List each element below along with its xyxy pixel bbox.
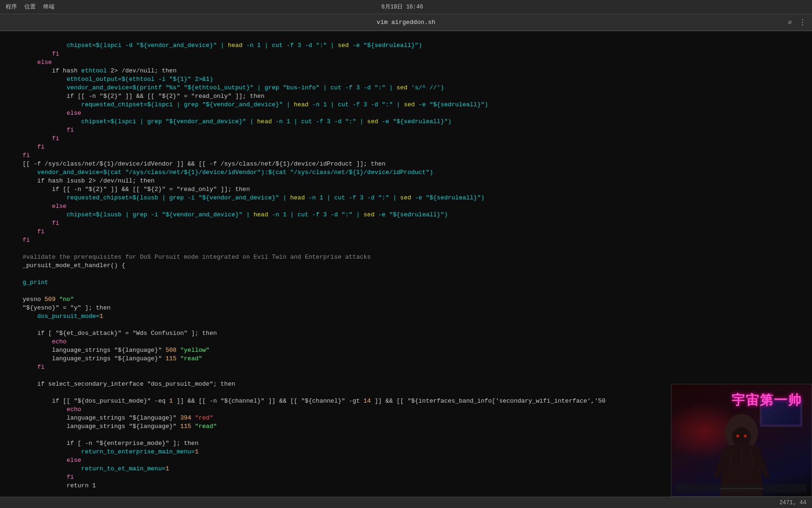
line-number: [4, 389, 23, 397]
code-line: yesno 509 "no": [4, 295, 812, 304]
line-text: fi: [23, 219, 812, 228]
line-number: [4, 109, 23, 118]
menu-icon[interactable]: ⋮: [799, 18, 806, 27]
line-text: [23, 372, 812, 380]
cursor-position: 2471, 44: [779, 500, 806, 506]
code-line: _pursuit_mode_et_handler() {: [4, 262, 812, 270]
line-text: else: [23, 109, 812, 118]
line-number: [4, 245, 23, 253]
line-text: chipset=$(lspci | grep "${vendor_and_dev…: [23, 118, 812, 126]
code-line: else: [4, 202, 812, 211]
line-number: [4, 143, 23, 151]
line-number: [4, 41, 23, 50]
line-number: [4, 211, 23, 219]
line-number: [4, 236, 23, 245]
titlebar-actions[interactable]: ⌕ ⋮: [788, 18, 806, 27]
code-line: language_strings "${language}" 508 "yell…: [4, 346, 812, 355]
code-line: fi: [4, 363, 812, 372]
line-text: else: [23, 58, 812, 67]
line-number: [4, 405, 23, 414]
line-number: [4, 177, 23, 185]
line-number: [4, 228, 23, 236]
line-text: "${yesno}" = "y" ]; then: [23, 304, 812, 312]
menu-program[interactable]: 程序: [6, 3, 17, 11]
line-number: [4, 346, 23, 355]
code-line: #validate the prerequisites for DoS Purs…: [4, 253, 812, 262]
line-number: [4, 270, 23, 278]
code-line: if hash ethtool 2> /dev/null; then: [4, 67, 812, 75]
overlay-channel-title: 宇宙第一帅: [732, 391, 802, 409]
line-number: [4, 194, 23, 202]
code-line: ethtool_output=$(ethtool -i "${1}" 2>&1): [4, 75, 812, 84]
search-icon[interactable]: ⌕: [788, 18, 792, 27]
menu-terminal[interactable]: 终端: [43, 3, 55, 11]
code-line: fi: [4, 219, 812, 228]
line-number: [4, 372, 23, 380]
line-number: [4, 67, 23, 75]
line-number: [4, 126, 23, 135]
code-line: "${yesno}" = "y" ]; then: [4, 304, 812, 312]
topbar-menu[interactable]: 程序 位置 终端: [6, 3, 55, 11]
line-text: ethtool_output=$(ethtool -i "${1}" 2>&1): [23, 75, 812, 84]
line-text: fi: [23, 126, 812, 135]
code-line: [4, 372, 812, 380]
code-line: fi: [4, 143, 812, 151]
titlebar: vim airgeddon.sh ⌕ ⋮: [0, 14, 812, 31]
line-text: fi: [23, 50, 812, 58]
line-number: [4, 262, 23, 270]
line-text: fi: [23, 363, 812, 372]
line-text: requested_chipset=$(lspci | grep "${vend…: [23, 101, 812, 109]
window-title: vim airgeddon.sh: [377, 19, 436, 26]
line-number: [4, 92, 23, 101]
line-text: #validate the prerequisites for DoS Purs…: [23, 253, 812, 262]
code-line: if [[ -n "${2}" ]] && [[ "${2}" = "read_…: [4, 185, 812, 194]
line-text: if [ "${et_dos_attack}" = "Wds Confusion…: [23, 329, 812, 338]
line-number: [4, 168, 23, 177]
line-number: [4, 456, 23, 465]
line-number: [4, 439, 23, 448]
line-number: [4, 363, 23, 372]
code-line: [4, 33, 812, 41]
code-line: if [ "${et_dos_attack}" = "Wds Confusion…: [4, 329, 812, 338]
menu-location[interactable]: 位置: [24, 3, 36, 11]
code-line: chipset=$(lspci -d "${vendor_and_device}…: [4, 41, 812, 50]
line-number: [4, 84, 23, 92]
code-line: dos_pursuit_mode=1: [4, 312, 812, 321]
line-text: _pursuit_mode_et_handler() {: [23, 262, 812, 270]
line-text: fi: [23, 236, 812, 245]
line-number: [4, 50, 23, 58]
line-text: yesno 509 "no": [23, 295, 812, 304]
line-number: [4, 287, 23, 295]
line-number: [4, 58, 23, 67]
line-number: [4, 304, 23, 312]
line-number: [4, 185, 23, 194]
line-number: [4, 448, 23, 456]
line-text: fi: [23, 151, 812, 160]
line-text: if hash lsusb 2> /dev/null; then: [23, 177, 812, 185]
line-text: vendor_and_device=$(cat "/sys/class/net/…: [23, 168, 812, 177]
line-text: vendor_and_device=$(printf "%s" "${ethto…: [23, 84, 812, 92]
line-text: [23, 321, 812, 329]
line-text: fi: [23, 228, 812, 236]
code-line: echo: [4, 338, 812, 346]
code-line: [4, 321, 812, 329]
code-line: else: [4, 109, 812, 118]
line-text: if [[ -n "${2}" ]] && [[ "${2}" = "read_…: [23, 92, 812, 101]
line-number: [4, 33, 23, 41]
code-line: fi: [4, 50, 812, 58]
code-line: [[ -f /sys/class/net/${1}/device/idVendo…: [4, 160, 812, 168]
line-number: [4, 422, 23, 431]
line-number: [4, 465, 23, 473]
line-text: fi: [23, 143, 812, 151]
line-text: if hash ethtool 2> /dev/null; then: [23, 67, 812, 75]
statusbar: 2471, 44: [0, 497, 812, 508]
line-number: [4, 118, 23, 126]
line-number: [4, 75, 23, 84]
code-line: chipset=$(lsusb | grep -i "${vendor_and_…: [4, 211, 812, 219]
line-number: [4, 482, 23, 490]
svg-point-2: [736, 435, 739, 437]
person-silhouette: [709, 407, 774, 496]
line-number: [4, 355, 23, 363]
code-line: language_strings "${language}" 115 "read…: [4, 355, 812, 363]
line-number: [4, 338, 23, 346]
